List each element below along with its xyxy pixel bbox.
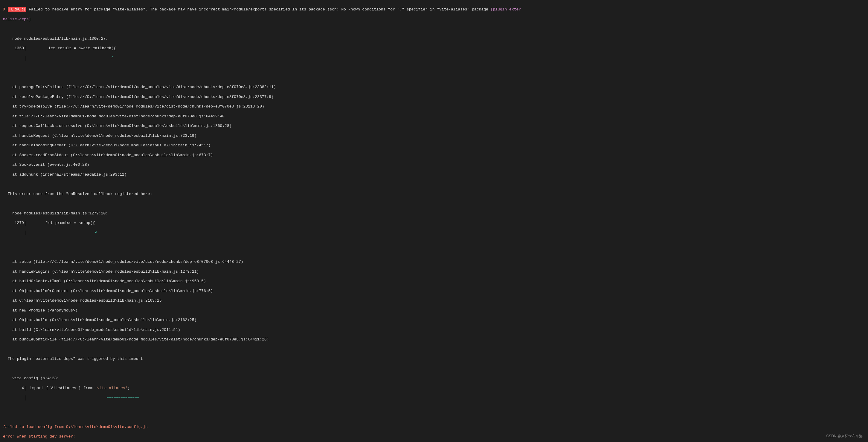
error-message: Failed to resolve entry for package "vit… (26, 7, 490, 12)
plugin-tag-wrap: nalize-deps] (3, 17, 865, 22)
stack-line: at bundleConfigFile (file:///C:/learn/vi… (3, 337, 865, 342)
stack-line: at handlePlugins (C:\learn\vite\demo01\n… (3, 269, 865, 274)
stack-line: at Object.build (C:\learn\vite\demo01\no… (3, 318, 865, 322)
code-location-2: node_modules/esbuild/lib/main.js:1279:20… (3, 211, 865, 216)
stack-line: at file:///C:/learn/vite/demo01/node_mod… (3, 114, 865, 119)
code-text: let result = await callback({ (30, 46, 116, 51)
stack-line: at resolvePackageEntry (file:///C:/learn… (3, 95, 865, 99)
import-string: 'vite-aliases' (95, 386, 127, 390)
code-line-1: 1360 let result = await callback({ (3, 46, 865, 51)
wavy-line: ~~~~~~~~~~~~~~ (3, 396, 865, 400)
stack-line: at Object.buildOrContext (C:\learn\vite\… (3, 289, 865, 294)
code-line-2: 1279 let promise = setup({ (3, 221, 865, 226)
stack-line: at build (C:\learn\vite\demo01\node_modu… (3, 328, 865, 332)
line-number: 1279 (3, 221, 26, 226)
error-badge: [ERROR] (8, 7, 27, 12)
caret-line-2: ^ (3, 231, 865, 235)
error-summary-line: error when starting dev server: (3, 434, 865, 439)
stack-line: at Socket.readFromStdout (C:\learn\vite\… (3, 153, 865, 158)
callback-origin-msg: This error came from the "onResolve" cal… (3, 192, 865, 197)
stack-line: at buildOrContextImpl (C:\learn\vite\dem… (3, 279, 865, 284)
watermark: CSDN @来杯卡布奇洛 (826, 434, 863, 438)
stack-line: at new Promise (<anonymous>) (3, 308, 865, 313)
caret-line-1: ^ (3, 56, 865, 61)
stack-line: at Socket.emit (events.js:400:28) (3, 163, 865, 167)
stack-line: at packageEntryFailure (file:///C:/learn… (3, 85, 865, 90)
terminal-output[interactable]: X [ERROR] Failed to resolve entry for pa… (0, 0, 868, 442)
stack-line: at addChunk (internal/streams/readable.j… (3, 172, 865, 177)
stack-line: at handleRequest (C:\learn\vite\demo01\n… (3, 134, 865, 138)
stack-line: at C:\learn\vite\demo01\node_modules\esb… (3, 298, 865, 303)
stack-line: at tryNodeResolve (file:///C:/learn/vite… (3, 104, 865, 109)
error-summary-line: failed to load config from C:\learn\vite… (3, 425, 865, 430)
error-x: X (3, 7, 5, 12)
plugin-tag: [plugin exter (491, 7, 521, 12)
line-number: 4 (3, 386, 26, 390)
error-header-line: X [ERROR] Failed to resolve entry for pa… (3, 7, 865, 12)
caret-marker: ^ (30, 231, 97, 235)
stack-line: at setup (file:///C:/learn/vite/demo01/n… (3, 260, 865, 264)
code-text: let promise = setup({ (30, 221, 95, 226)
plugin-trigger-msg: The plugin "externalize-deps" was trigge… (3, 356, 865, 361)
stack-line-link: at handleIncomingPacket (C:\learn\vite\d… (3, 143, 865, 148)
file-link[interactable]: C:\learn\vite\demo01\node_modules\esbuil… (70, 143, 208, 147)
code-line-3: 4import { ViteAliases } from 'vite-alias… (3, 386, 865, 390)
wavy-underline: ~~~~~~~~~~~~~~ (30, 396, 140, 400)
stack-line: at requestCallbacks.on-resolve (C:\learn… (3, 124, 865, 128)
code-location-3: vite.config.js:4:28: (3, 376, 865, 381)
code-text: import { ViteAliases } from 'vite-aliase… (30, 386, 130, 390)
code-location-1: node_modules/esbuild/lib/main.js:1360:27… (3, 36, 865, 41)
caret-marker: ^ (30, 56, 114, 61)
line-number: 1360 (3, 46, 26, 51)
